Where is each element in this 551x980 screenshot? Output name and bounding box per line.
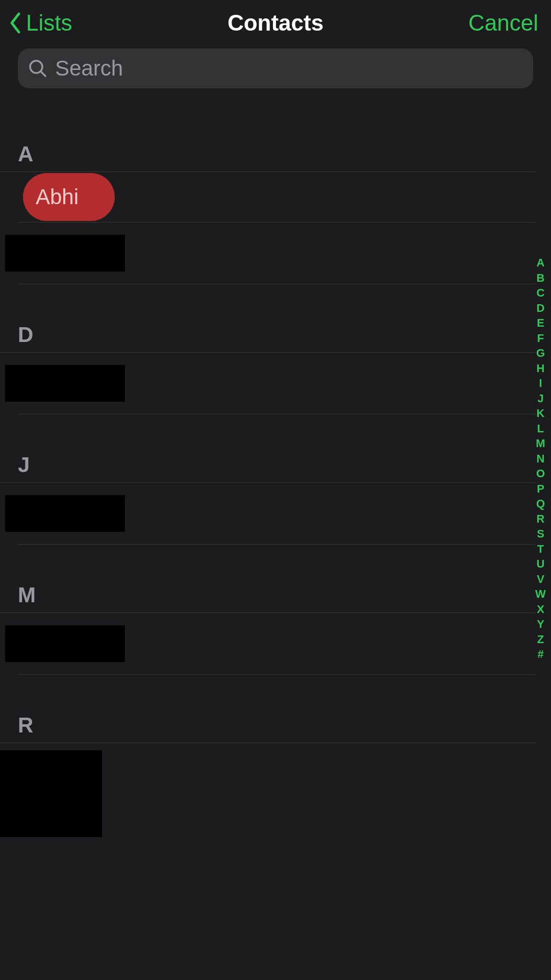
index-letter[interactable]: E bbox=[534, 315, 547, 331]
redacted-content bbox=[5, 625, 125, 662]
index-letter[interactable]: I bbox=[534, 376, 547, 391]
index-letter[interactable]: A bbox=[534, 255, 547, 271]
contact-row[interactable] bbox=[0, 750, 551, 837]
section-a: A Abhi bbox=[0, 134, 551, 284]
index-letter[interactable]: C bbox=[534, 285, 547, 301]
cancel-button[interactable]: Cancel bbox=[468, 10, 538, 36]
back-label: Lists bbox=[26, 10, 72, 36]
index-letter[interactable]: L bbox=[534, 421, 547, 436]
index-letter[interactable]: S bbox=[534, 526, 547, 542]
index-letter[interactable]: T bbox=[534, 542, 547, 557]
contacts-list: A Abhi D J M R bbox=[0, 99, 551, 837]
index-letter[interactable]: K bbox=[534, 406, 547, 421]
navigation-bar: Lists Contacts Cancel bbox=[0, 0, 551, 46]
index-letter[interactable]: N bbox=[534, 451, 547, 467]
index-letter[interactable]: H bbox=[534, 361, 547, 376]
section-header: M bbox=[0, 575, 536, 613]
contact-row[interactable] bbox=[18, 223, 536, 284]
index-letter[interactable]: Y bbox=[534, 617, 547, 632]
index-letter[interactable]: W bbox=[534, 586, 547, 602]
index-letter[interactable]: F bbox=[534, 331, 547, 346]
contact-row[interactable] bbox=[18, 353, 536, 414]
index-letter[interactable]: M bbox=[534, 436, 547, 451]
index-letter[interactable]: V bbox=[534, 572, 547, 587]
section-header: R bbox=[0, 705, 536, 743]
contact-row[interactable] bbox=[18, 613, 536, 675]
index-letter[interactable]: Q bbox=[534, 496, 547, 511]
index-letter[interactable]: O bbox=[534, 466, 547, 481]
contact-row-wrapper: Abhi bbox=[18, 173, 536, 223]
index-letter[interactable]: P bbox=[534, 481, 547, 497]
redacted-content bbox=[5, 235, 125, 272]
search-icon bbox=[28, 59, 47, 78]
redacted-content bbox=[0, 750, 102, 837]
index-letter[interactable]: G bbox=[534, 346, 547, 361]
contact-row[interactable]: Abhi bbox=[23, 173, 115, 221]
contact-row[interactable] bbox=[18, 483, 536, 545]
index-letter[interactable]: X bbox=[534, 602, 547, 617]
section-header: D bbox=[0, 315, 536, 353]
contact-name: Abhi bbox=[36, 185, 79, 209]
section-d: D bbox=[0, 315, 551, 414]
alpha-index[interactable]: A B C D E F G H I J K L M N O P Q R S T … bbox=[534, 255, 547, 662]
index-letter[interactable]: R bbox=[534, 511, 547, 527]
index-letter[interactable]: U bbox=[534, 556, 547, 572]
index-letter[interactable]: # bbox=[534, 647, 547, 662]
chevron-left-icon bbox=[8, 11, 22, 35]
section-j: J bbox=[0, 445, 551, 545]
index-letter[interactable]: J bbox=[534, 391, 547, 406]
section-header: A bbox=[0, 134, 536, 172]
index-letter[interactable]: D bbox=[534, 301, 547, 316]
search-input[interactable] bbox=[55, 56, 523, 81]
section-m: M bbox=[0, 575, 551, 675]
section-r: R bbox=[0, 705, 551, 837]
svg-line-1 bbox=[41, 71, 45, 76]
index-letter[interactable]: B bbox=[534, 271, 547, 286]
page-title: Contacts bbox=[228, 10, 323, 36]
redacted-content bbox=[5, 365, 125, 402]
section-header: J bbox=[0, 445, 536, 483]
back-button[interactable]: Lists bbox=[8, 10, 72, 36]
search-bar[interactable] bbox=[18, 48, 533, 88]
redacted-content bbox=[5, 495, 125, 532]
index-letter[interactable]: Z bbox=[534, 632, 547, 647]
search-container bbox=[0, 46, 551, 99]
